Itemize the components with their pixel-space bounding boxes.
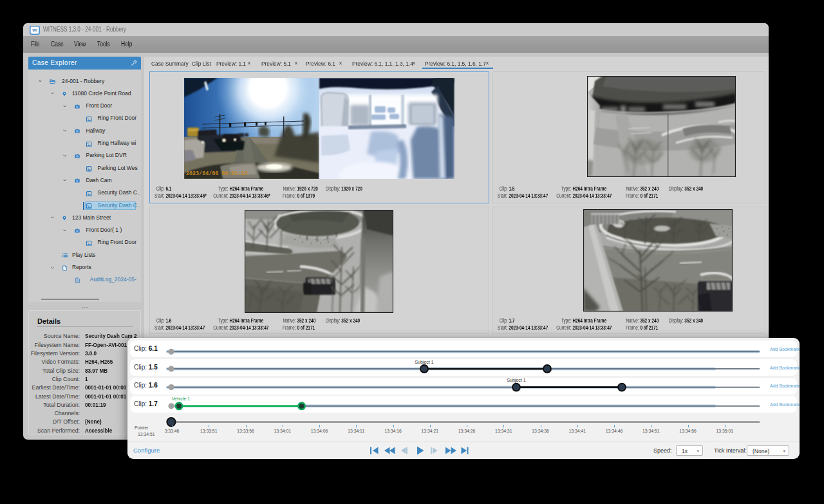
svg-text:A: A: [76, 279, 79, 283]
svg-text:2023/04/06 08:01:24: 2023/04/06 08:01:24: [186, 171, 248, 177]
svg-text:WI: WI: [32, 28, 37, 32]
